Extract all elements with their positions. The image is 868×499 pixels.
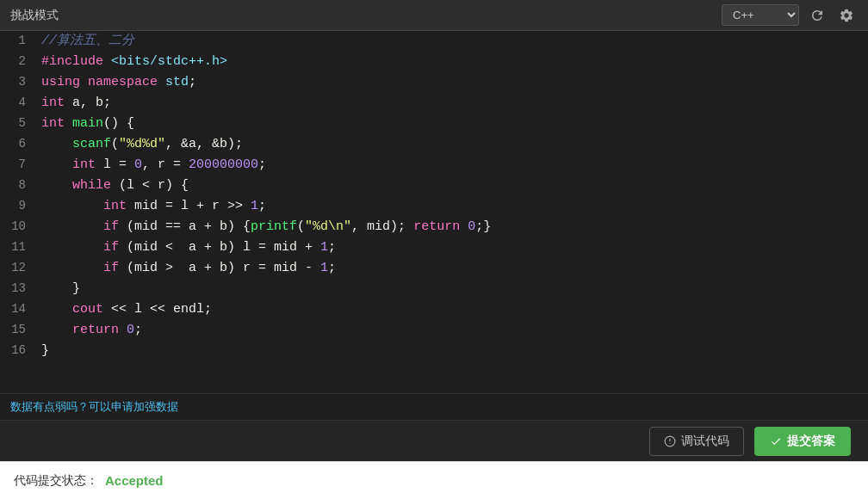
code-token: (mid == a + b) { xyxy=(119,219,251,234)
refresh-icon xyxy=(809,8,825,23)
status-value: Accepted xyxy=(105,473,164,488)
table-row: 14 cout << l << endl; xyxy=(0,299,868,320)
table-row: 8 while (l < r) { xyxy=(0,176,868,196)
table-row: 4int a, b; xyxy=(0,93,868,114)
code-token: ;} xyxy=(475,219,491,234)
code-token xyxy=(158,75,165,89)
line-number: 7 xyxy=(0,155,34,176)
code-token xyxy=(41,137,72,151)
line-number: 5 xyxy=(0,114,34,134)
line-code: } xyxy=(34,341,868,361)
line-number: 10 xyxy=(0,217,34,237)
code-token xyxy=(41,302,72,317)
strengthen-data-link[interactable]: 数据有点弱吗？可以申请加强数据 xyxy=(10,400,178,413)
line-code: if (mid == a + b) {printf("%d\n", mid); … xyxy=(34,217,868,237)
code-token: ; xyxy=(189,75,196,89)
language-select[interactable]: C++ C Java Python xyxy=(722,4,799,26)
line-code: if (mid < a + b) l = mid + 1; xyxy=(34,237,868,258)
code-token xyxy=(119,323,127,337)
code-token: if xyxy=(103,240,119,255)
table-row: 1//算法五、二分 xyxy=(0,31,868,52)
table-row: 7 int l = 0, r = 200000000; xyxy=(0,155,868,176)
code-token: 1 xyxy=(320,261,328,275)
code-token: 200000000 xyxy=(189,157,258,172)
settings-button[interactable] xyxy=(835,4,858,27)
line-number: 9 xyxy=(0,196,34,217)
code-token: ; xyxy=(258,199,266,213)
line-code: while (l < r) { xyxy=(34,176,868,196)
code-token: return xyxy=(413,219,460,234)
code-token: 0 xyxy=(134,157,142,172)
submit-label: 提交答案 xyxy=(787,434,835,449)
code-token: l = xyxy=(96,157,134,172)
line-code: //算法五、二分 xyxy=(34,31,868,52)
code-token: (mid < a + b) l = mid + xyxy=(119,240,320,255)
code-token: ( xyxy=(297,219,305,234)
table-row: 12 if (mid > a + b) r = mid - 1; xyxy=(0,258,868,279)
code-token: if xyxy=(103,261,119,275)
table-row: 16} xyxy=(0,341,868,361)
refresh-button[interactable] xyxy=(806,4,828,27)
code-token: 1 xyxy=(251,199,258,213)
line-number: 3 xyxy=(0,72,34,93)
code-token: ; xyxy=(328,261,336,275)
code-token: mid = l + r >> xyxy=(127,199,251,213)
table-row: 13 } xyxy=(0,279,868,299)
code-token xyxy=(80,75,88,89)
table-row: 15 return 0; xyxy=(0,320,868,341)
code-token: int xyxy=(103,199,127,213)
code-token: while xyxy=(72,178,111,193)
line-number: 4 xyxy=(0,93,34,114)
code-token: 0 xyxy=(468,219,475,234)
code-table: 1//算法五、二分2#include <bits/stdc++.h>3using… xyxy=(0,31,868,361)
code-token: scanf xyxy=(72,137,111,151)
line-number: 12 xyxy=(0,258,34,279)
code-token: (mid > a + b) r = mid - xyxy=(119,261,320,275)
code-token xyxy=(41,261,103,275)
code-token: () { xyxy=(103,116,134,131)
line-number: 13 xyxy=(0,279,34,299)
line-code: int mid = l + r >> 1; xyxy=(34,196,868,217)
line-number: 2 xyxy=(0,52,34,72)
table-row: 2#include <bits/stdc++.h> xyxy=(0,52,868,72)
code-token: << l << endl; xyxy=(103,302,212,317)
line-number: 6 xyxy=(0,134,34,155)
code-token xyxy=(41,219,103,234)
code-token: if xyxy=(103,219,119,234)
code-token: ( xyxy=(111,137,119,151)
line-number: 11 xyxy=(0,237,34,258)
table-row: 5int main() { xyxy=(0,114,868,134)
code-token xyxy=(103,54,111,69)
debug-button[interactable]: 调试代码 xyxy=(649,427,744,456)
submit-icon xyxy=(770,435,782,447)
submit-button[interactable]: 提交答案 xyxy=(754,427,851,456)
code-token: std xyxy=(165,75,189,89)
line-code: return 0; xyxy=(34,320,868,341)
code-token: a, b; xyxy=(65,95,111,110)
code-token xyxy=(460,219,468,234)
status-label: 代码提交状态： xyxy=(14,473,98,489)
code-token: "%d\n" xyxy=(305,219,351,234)
code-editor[interactable]: 1//算法五、二分2#include <bits/stdc++.h>3using… xyxy=(0,31,868,393)
top-bar-controls: C++ C Java Python xyxy=(722,4,858,27)
action-bar: 调试代码 提交答案 xyxy=(0,420,868,461)
code-token: , mid); xyxy=(351,219,413,234)
code-token: namespace xyxy=(88,75,158,89)
line-code: } xyxy=(34,279,868,299)
code-token xyxy=(41,199,103,213)
mode-title: 挑战模式 xyxy=(10,8,59,23)
line-code: scanf("%d%d", &a, &b); xyxy=(34,134,868,155)
line-number: 1 xyxy=(0,31,34,52)
table-row: 9 int mid = l + r >> 1; xyxy=(0,196,868,217)
code-token: return xyxy=(72,323,119,337)
line-number: 15 xyxy=(0,320,34,341)
code-token: printf xyxy=(251,219,297,234)
code-token: 0 xyxy=(127,323,134,337)
code-token: 1 xyxy=(320,240,328,255)
code-token: } xyxy=(41,343,49,358)
debug-label: 调试代码 xyxy=(681,434,729,449)
gear-icon xyxy=(839,8,854,23)
code-token: //算法五、二分 xyxy=(41,34,134,48)
code-token: , r = xyxy=(142,157,189,172)
code-token: int xyxy=(41,116,65,131)
